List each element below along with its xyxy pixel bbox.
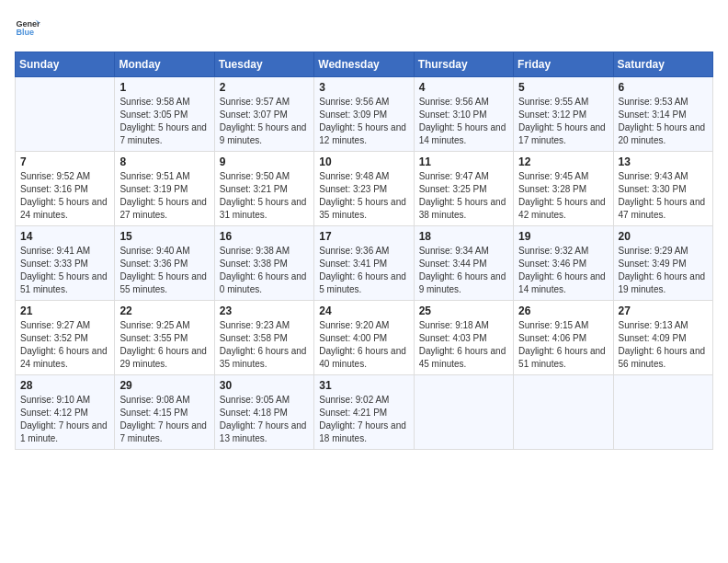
header-saturday: Saturday <box>613 52 712 77</box>
day-info: Sunrise: 9:34 AMSunset: 3:44 PMDaylight:… <box>419 245 508 296</box>
calendar-cell: 25Sunrise: 9:18 AMSunset: 4:03 PMDayligh… <box>414 301 513 375</box>
calendar-cell: 1Sunrise: 9:58 AMSunset: 3:05 PMDaylight… <box>115 77 214 152</box>
calendar-week-0: 1Sunrise: 9:58 AMSunset: 3:05 PMDaylight… <box>16 77 713 152</box>
calendar-cell: 19Sunrise: 9:32 AMSunset: 3:46 PMDayligh… <box>514 226 613 301</box>
day-number: 11 <box>419 155 508 168</box>
calendar-cell: 18Sunrise: 9:34 AMSunset: 3:44 PMDayligh… <box>414 226 513 301</box>
calendar-cell: 22Sunrise: 9:25 AMSunset: 3:55 PMDayligh… <box>115 301 214 375</box>
day-info: Sunrise: 9:38 AMSunset: 3:38 PMDaylight:… <box>220 245 309 296</box>
calendar-cell: 20Sunrise: 9:29 AMSunset: 3:49 PMDayligh… <box>613 226 712 301</box>
header: General Blue <box>15 15 713 40</box>
calendar-cell: 21Sunrise: 9:27 AMSunset: 3:52 PMDayligh… <box>16 301 115 375</box>
day-info: Sunrise: 9:15 AMSunset: 4:06 PMDaylight:… <box>518 319 608 371</box>
calendar-week-3: 21Sunrise: 9:27 AMSunset: 3:52 PMDayligh… <box>16 301 713 375</box>
logo-icon: General Blue <box>15 15 40 40</box>
day-info: Sunrise: 9:18 AMSunset: 4:03 PMDaylight:… <box>419 319 508 371</box>
calendar-week-4: 28Sunrise: 9:10 AMSunset: 4:12 PMDayligh… <box>16 375 713 450</box>
header-thursday: Thursday <box>414 52 513 77</box>
day-number: 5 <box>518 81 608 94</box>
calendar-cell: 27Sunrise: 9:13 AMSunset: 4:09 PMDayligh… <box>613 301 712 375</box>
day-info: Sunrise: 9:32 AMSunset: 3:46 PMDaylight:… <box>518 245 608 296</box>
day-number: 27 <box>619 304 708 317</box>
day-number: 12 <box>518 155 608 168</box>
calendar-cell: 6Sunrise: 9:53 AMSunset: 3:14 PMDaylight… <box>613 77 712 152</box>
day-number: 29 <box>119 379 209 392</box>
day-number: 3 <box>319 81 408 94</box>
calendar-cell <box>16 77 115 152</box>
day-number: 30 <box>220 379 309 392</box>
day-info: Sunrise: 9:47 AMSunset: 3:25 PMDaylight:… <box>419 170 508 222</box>
day-number: 18 <box>419 230 508 243</box>
day-number: 26 <box>518 304 608 317</box>
calendar-cell: 11Sunrise: 9:47 AMSunset: 3:25 PMDayligh… <box>414 152 513 226</box>
calendar-week-2: 14Sunrise: 9:41 AMSunset: 3:33 PMDayligh… <box>16 226 713 301</box>
calendar-week-1: 7Sunrise: 9:52 AMSunset: 3:16 PMDaylight… <box>16 152 713 226</box>
calendar-cell: 7Sunrise: 9:52 AMSunset: 3:16 PMDaylight… <box>16 152 115 226</box>
day-number: 19 <box>518 230 608 243</box>
calendar-cell: 31Sunrise: 9:02 AMSunset: 4:21 PMDayligh… <box>314 375 414 450</box>
calendar-cell: 2Sunrise: 9:57 AMSunset: 3:07 PMDaylight… <box>214 77 313 152</box>
day-number: 9 <box>220 155 309 168</box>
day-info: Sunrise: 9:05 AMSunset: 4:18 PMDaylight:… <box>220 394 309 445</box>
day-info: Sunrise: 9:56 AMSunset: 3:10 PMDaylight:… <box>419 96 508 147</box>
calendar-cell: 24Sunrise: 9:20 AMSunset: 4:00 PMDayligh… <box>314 301 414 375</box>
day-info: Sunrise: 9:50 AMSunset: 3:21 PMDaylight:… <box>220 170 309 222</box>
day-info: Sunrise: 9:40 AMSunset: 3:36 PMDaylight:… <box>119 245 209 296</box>
day-info: Sunrise: 9:45 AMSunset: 3:28 PMDaylight:… <box>518 170 608 222</box>
day-info: Sunrise: 9:13 AMSunset: 4:09 PMDaylight:… <box>619 319 708 371</box>
header-monday: Monday <box>115 52 214 77</box>
header-friday: Friday <box>514 52 613 77</box>
header-wednesday: Wednesday <box>314 52 414 77</box>
day-info: Sunrise: 9:51 AMSunset: 3:19 PMDaylight:… <box>119 170 209 222</box>
day-info: Sunrise: 9:08 AMSunset: 4:15 PMDaylight:… <box>119 394 209 445</box>
day-info: Sunrise: 9:56 AMSunset: 3:09 PMDaylight:… <box>319 96 408 147</box>
day-number: 15 <box>119 230 209 243</box>
calendar-cell: 30Sunrise: 9:05 AMSunset: 4:18 PMDayligh… <box>214 375 313 450</box>
day-number: 8 <box>119 155 209 168</box>
day-number: 16 <box>220 230 309 243</box>
day-info: Sunrise: 9:25 AMSunset: 3:55 PMDaylight:… <box>119 319 209 371</box>
day-number: 10 <box>319 155 408 168</box>
day-info: Sunrise: 9:10 AMSunset: 4:12 PMDaylight:… <box>20 394 109 445</box>
header-sunday: Sunday <box>16 52 115 77</box>
svg-text:Blue: Blue <box>16 28 34 37</box>
calendar-cell: 17Sunrise: 9:36 AMSunset: 3:41 PMDayligh… <box>314 226 414 301</box>
header-tuesday: Tuesday <box>214 52 313 77</box>
calendar-cell: 16Sunrise: 9:38 AMSunset: 3:38 PMDayligh… <box>214 226 313 301</box>
calendar-cell: 13Sunrise: 9:43 AMSunset: 3:30 PMDayligh… <box>613 152 712 226</box>
calendar-cell: 8Sunrise: 9:51 AMSunset: 3:19 PMDaylight… <box>115 152 214 226</box>
calendar-cell: 3Sunrise: 9:56 AMSunset: 3:09 PMDaylight… <box>314 77 414 152</box>
calendar-cell <box>613 375 712 450</box>
day-info: Sunrise: 9:23 AMSunset: 3:58 PMDaylight:… <box>220 319 309 371</box>
day-number: 23 <box>220 304 309 317</box>
svg-text:General: General <box>16 19 40 29</box>
day-number: 4 <box>419 81 508 94</box>
day-number: 14 <box>20 230 109 243</box>
day-info: Sunrise: 9:36 AMSunset: 3:41 PMDaylight:… <box>319 245 408 296</box>
calendar-cell: 26Sunrise: 9:15 AMSunset: 4:06 PMDayligh… <box>514 301 613 375</box>
calendar-table: SundayMondayTuesdayWednesdayThursdayFrid… <box>15 52 713 450</box>
day-number: 24 <box>319 304 408 317</box>
calendar-cell <box>414 375 513 450</box>
day-number: 28 <box>20 379 109 392</box>
calendar-cell: 12Sunrise: 9:45 AMSunset: 3:28 PMDayligh… <box>514 152 613 226</box>
day-number: 20 <box>619 230 708 243</box>
day-info: Sunrise: 9:02 AMSunset: 4:21 PMDaylight:… <box>319 394 408 445</box>
calendar-cell: 9Sunrise: 9:50 AMSunset: 3:21 PMDaylight… <box>214 152 313 226</box>
day-number: 21 <box>20 304 109 317</box>
day-info: Sunrise: 9:55 AMSunset: 3:12 PMDaylight:… <box>518 96 608 147</box>
day-info: Sunrise: 9:43 AMSunset: 3:30 PMDaylight:… <box>619 170 708 222</box>
calendar-header-row: SundayMondayTuesdayWednesdayThursdayFrid… <box>16 52 713 77</box>
logo: General Blue <box>15 15 40 40</box>
day-number: 17 <box>319 230 408 243</box>
calendar-cell: 23Sunrise: 9:23 AMSunset: 3:58 PMDayligh… <box>214 301 313 375</box>
calendar-cell: 10Sunrise: 9:48 AMSunset: 3:23 PMDayligh… <box>314 152 414 226</box>
day-number: 25 <box>419 304 508 317</box>
calendar-cell <box>514 375 613 450</box>
day-info: Sunrise: 9:53 AMSunset: 3:14 PMDaylight:… <box>619 96 708 147</box>
day-number: 31 <box>319 379 408 392</box>
day-number: 1 <box>119 81 209 94</box>
day-info: Sunrise: 9:20 AMSunset: 4:00 PMDaylight:… <box>319 319 408 371</box>
calendar-cell: 5Sunrise: 9:55 AMSunset: 3:12 PMDaylight… <box>514 77 613 152</box>
day-number: 13 <box>619 155 708 168</box>
